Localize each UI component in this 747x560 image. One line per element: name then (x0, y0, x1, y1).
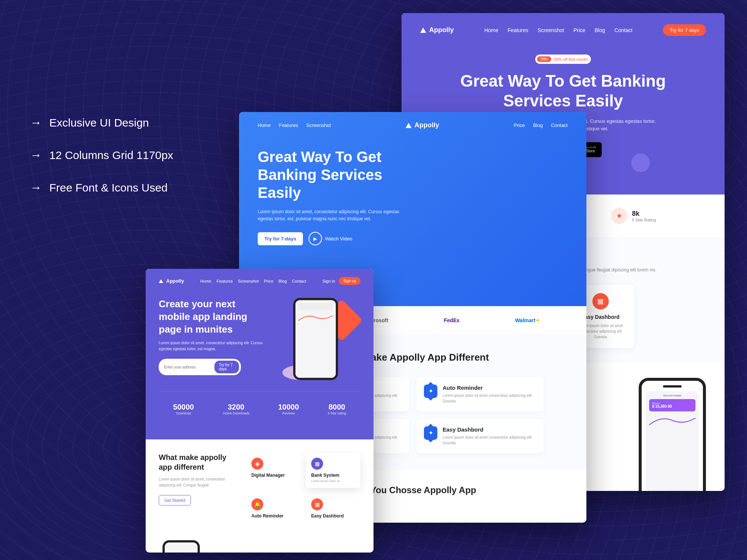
stats-row: 50000Download 3200Active Downloads 10000… (159, 391, 360, 426)
phone-mockup (293, 298, 338, 380)
stat-item: 10000Reviews (278, 403, 299, 415)
nav-link-contact[interactable]: Contact (614, 27, 632, 33)
nav-link-features[interactable]: Features (279, 122, 298, 128)
logo[interactable]: Appolly (159, 278, 184, 284)
stat-label: Download (173, 411, 194, 415)
card-title: Bank System (311, 473, 355, 478)
feature-card: ▦Easy Dashbord (306, 493, 360, 525)
logo-icon (406, 123, 412, 128)
section-subtitle: Lorem ipsum dolor sit amet, consectetur … (159, 476, 235, 488)
layers-icon: ◉ (251, 458, 263, 470)
hero-section: Appolly Home Features Screenshot Price B… (146, 269, 374, 439)
stat-label: Reviews (278, 411, 299, 415)
feature-item: →Exclusive UI Design (30, 116, 173, 130)
logo[interactable]: Appolly (420, 26, 454, 34)
brand-name: Appolly (166, 278, 184, 284)
hero-body: Great Way To Get Banking Services Easily… (258, 129, 568, 245)
signin-link[interactable]: Sign in (322, 279, 335, 283)
feature-text: 12 Columns Grid 1170px (49, 149, 173, 162)
offer-text: 20% off first month (554, 57, 588, 62)
stat-item: 3200Active Downloads (223, 403, 249, 415)
stat-number: 50000 (173, 403, 194, 411)
feature-text: Free Font & Icons Used (49, 181, 168, 194)
feature-item: ✦Auto ReminderLorem ipsum dolor sit amet… (416, 377, 543, 411)
offer-badge: Offer (537, 56, 551, 62)
hero-buttons: Try for 7-days ▶Watch Video (258, 232, 406, 245)
nav-links: Home Features Screenshot Price Blog Cont… (200, 279, 306, 283)
feature-card: 🔔Auto Reminder (246, 493, 301, 525)
card-title: Auto Reminder (251, 513, 295, 519)
feature-item: ✦Easy DashbordLorem ipsum dolor sit amet… (416, 419, 543, 453)
hero-right (271, 298, 360, 380)
item-title: Auto Reminder (443, 385, 536, 391)
arrow-right-icon: → (30, 181, 42, 195)
nav-link-screenshot[interactable]: Screenshot (238, 279, 259, 283)
nav-right: Sign in Sign up (322, 277, 360, 285)
nav-left: Home Features Screenshot (258, 122, 331, 128)
hero-title: Great Way To Get Banking Services Easily (458, 71, 669, 111)
nav-link-home[interactable]: Home (258, 122, 271, 128)
signup-button[interactable]: Sign up (339, 277, 360, 285)
offer-pill: Offer20% off first month (535, 55, 591, 64)
hero-left: Great Way To Get Banking Services Easily… (258, 148, 406, 245)
stat-number: 8000 (328, 403, 346, 411)
grid-icon: ▦ (311, 498, 323, 510)
item-title: Easy Dashbord (443, 426, 536, 433)
stat-item: ★8k5 Star Rating (611, 208, 656, 224)
nav-link-home[interactable]: Home (200, 279, 211, 283)
nav-link-price[interactable]: Price (573, 27, 585, 33)
phone-notch (663, 385, 682, 388)
email-input[interactable] (164, 365, 211, 369)
nav-link-features[interactable]: Features (217, 279, 233, 283)
stat-number: 10000 (278, 403, 299, 411)
bell-icon: 🔔 (251, 498, 263, 510)
nav-link-screenshot[interactable]: Screenshot (537, 27, 564, 33)
partner-walmart: Walmart✦ (515, 317, 540, 323)
navbar: Home Features Screenshot Appolly Price B… (258, 121, 568, 129)
mockup-purple-small: Appolly Home Features Screenshot Price B… (146, 269, 374, 553)
nav-link-screenshot[interactable]: Screenshot (306, 122, 331, 128)
logo-icon (159, 279, 163, 283)
partner-fedex: FedEx (444, 317, 459, 323)
nav-link-blog[interactable]: Blog (595, 27, 605, 33)
bank-icon: ▦ (311, 458, 323, 470)
try-button[interactable]: Try for 7 days (663, 24, 706, 36)
hero-subtitle: Lorem ipsum dolor sit amet, consectetur … (258, 208, 406, 223)
nav-link-contact[interactable]: Contact (551, 122, 568, 128)
nav-link-price[interactable]: Price (514, 122, 525, 128)
balance-value: $ 15,360.00 (652, 404, 692, 408)
try-button[interactable]: Try for 7-days (258, 232, 303, 245)
navbar: Appolly Home Features Screenshot Price B… (420, 24, 706, 36)
nav-link-home[interactable]: Home (484, 27, 498, 33)
hero-subtitle: Lorem ipsum dolor sit amet, consectetur … (159, 340, 264, 352)
nav-link-blog[interactable]: Blog (279, 279, 287, 283)
email-form: Try for 7 days (159, 359, 241, 375)
feature-card: ◉Digital Manager (246, 452, 301, 488)
watch-video[interactable]: ▶Watch Video (309, 232, 352, 245)
watch-label: Watch Video (325, 236, 352, 242)
card-text: Lorem ipsum dolor sit (311, 479, 355, 483)
track-title: We track your daily expenses with (263, 552, 360, 553)
nav-link-blog[interactable]: Blog (533, 122, 543, 128)
submit-button[interactable]: Try for 7 days (214, 361, 239, 373)
play-icon: ▶ (309, 232, 322, 245)
get-started-button[interactable]: Get Started (159, 495, 191, 505)
nav-link-price[interactable]: Price (264, 279, 273, 283)
gear-icon: ✦ (424, 385, 437, 398)
logo[interactable]: Appolly (406, 121, 439, 129)
nav-link-contact[interactable]: Contact (292, 279, 306, 283)
feature-list: →Exclusive UI Design →12 Columns Grid 11… (30, 116, 173, 213)
card-title: Digital Manager (251, 473, 295, 478)
stat-label: 5 Star rating (328, 411, 346, 415)
hero-title: Great Way To Get Banking Services Easily (258, 148, 406, 202)
arrow-right-icon: → (30, 148, 42, 162)
arrow-right-icon: → (30, 116, 42, 130)
gear-icon: ✦ (424, 426, 437, 440)
balance-label: Balance (652, 402, 692, 404)
brand-name: Appolly (415, 121, 439, 129)
nav-link-features[interactable]: Features (508, 27, 528, 33)
phone-screen: Account DetailsBalance$ 15,360.00 (646, 391, 698, 491)
card-title: Easy Dashbord (311, 513, 355, 519)
what-cards: ◉Digital Manager ▦Bank SystemLorem ipsum… (246, 452, 360, 525)
stat-number: 3200 (223, 403, 249, 411)
